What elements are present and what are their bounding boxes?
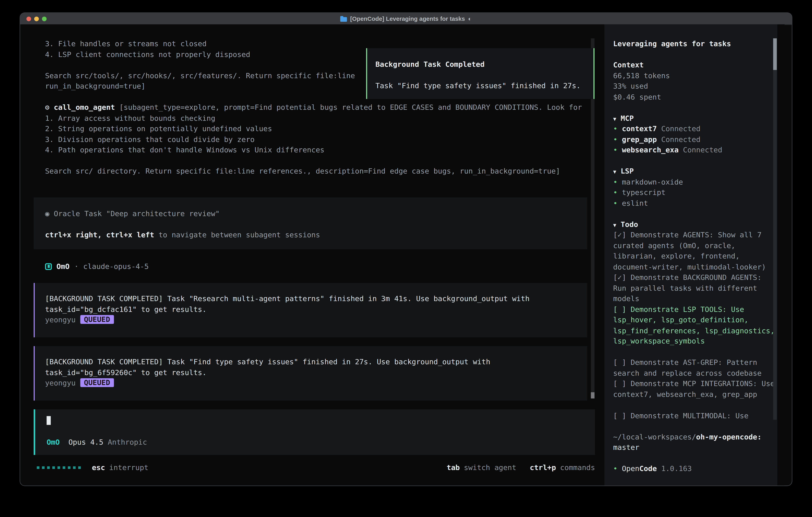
oracle-hint-row: ctrl+x right, ctrl+x left to navigate be… bbox=[45, 229, 587, 240]
status-dot-icon: • bbox=[613, 188, 617, 196]
agent-separator: · bbox=[74, 262, 79, 271]
esc-key-hint[interactable]: esc bbox=[92, 463, 105, 472]
message-line: [BACKGROUND TASK COMPLETED] Task "Resear… bbox=[45, 293, 587, 304]
terminal-main-area[interactable]: 3. File handles or streams not closed 4.… bbox=[20, 24, 604, 486]
context-spent: $0.46 spent bbox=[613, 91, 777, 102]
spinner-icon: ◐ bbox=[468, 16, 472, 22]
todo-text: Demonstrate LSP TOOLS: Use lsp_hover, ls… bbox=[613, 305, 775, 345]
tool-call-list-item: 4. Path operations that don't handle Win… bbox=[45, 144, 594, 155]
lsp-item: • markdown-oxide bbox=[613, 176, 777, 187]
app-name-bold: Code bbox=[639, 464, 657, 472]
message-meta-row: yeongyuQUEUED bbox=[45, 315, 587, 325]
mcp-item-status: Connected bbox=[661, 135, 700, 143]
tool-call-list-item: 1. Array access without bounds checking bbox=[45, 113, 594, 124]
background-task-message[interactable]: [BACKGROUND TASK COMPLETED] Task "Find t… bbox=[34, 346, 587, 401]
opencode-window: [OpenCode] Leveraging agents for tasks ◐… bbox=[20, 12, 792, 486]
status-bar-right: tab switch agent ctrl+p commands bbox=[447, 463, 595, 472]
zoom-button[interactable] bbox=[42, 17, 47, 21]
input-provider-name: Anthropic bbox=[108, 438, 147, 446]
input-model-name[interactable]: Opus 4.5 bbox=[68, 438, 104, 446]
app-name-regular: Open bbox=[622, 464, 639, 472]
working-indicator-dots bbox=[37, 466, 81, 469]
tool-call-blank-line bbox=[45, 155, 594, 166]
context-tokens: 66,518 tokens bbox=[613, 70, 777, 81]
window-title: [OpenCode] Leveraging agents for tasks ◐ bbox=[340, 16, 472, 22]
traffic-lights bbox=[26, 13, 47, 24]
desktop: [OpenCode] Leveraging agents for tasks ◐… bbox=[0, 0, 812, 517]
chevron-down-icon[interactable]: ▼ bbox=[613, 116, 616, 121]
status-dot-icon: • bbox=[613, 135, 617, 143]
ctrlp-key-label: commands bbox=[560, 463, 595, 472]
message-line: [BACKGROUND TASK COMPLETED] Task "Find t… bbox=[45, 356, 587, 367]
todo-text: Demonstrate BACKGROUND AGENTS: Run paral… bbox=[613, 273, 762, 303]
oracle-hint-keys: ctrl+x right, ctrl+x left bbox=[45, 230, 154, 239]
tool-call-name: call_omo_agent bbox=[54, 103, 115, 111]
input-agent-name[interactable]: OmO bbox=[47, 438, 60, 446]
minimize-button[interactable] bbox=[34, 17, 39, 21]
toast-title: Background Task Completed bbox=[375, 59, 593, 70]
oracle-task-title: Oracle Task "Deep architecture review" bbox=[49, 209, 220, 218]
todo-checkbox: [✓] bbox=[613, 273, 627, 281]
message-user: yeongyu bbox=[45, 316, 76, 324]
todo-text: Demonstrate MCP INTEGRATIONS: Use contex… bbox=[613, 379, 775, 398]
queued-badge: QUEUED bbox=[80, 315, 114, 324]
window-title-text: [OpenCode] Leveraging agents for tasks bbox=[350, 16, 465, 22]
message-meta-row: yeongyuQUEUED bbox=[45, 378, 587, 388]
background-task-message[interactable]: [BACKGROUND TASK COMPLETED] Task "Resear… bbox=[34, 283, 587, 337]
todo-item: [✓] Demonstrate AGENTS: Show all 7 curat… bbox=[613, 229, 777, 272]
message-user: yeongyu bbox=[45, 379, 76, 387]
mcp-item-status: Connected bbox=[661, 124, 700, 133]
lsp-item: • typescript bbox=[613, 187, 777, 198]
titlebar[interactable]: [OpenCode] Leveraging agents for tasks ◐ bbox=[20, 13, 792, 25]
app-version: 1.0.163 bbox=[661, 464, 692, 472]
session-sidebar[interactable]: Leveraging agents for tasks Context 66,5… bbox=[604, 24, 785, 486]
todo-item-active: [ ] Demonstrate LSP TOOLS: Use lsp_hover… bbox=[613, 304, 777, 347]
todo-checkbox: [✓] bbox=[613, 230, 627, 239]
sidebar-scrollbar-track[interactable] bbox=[773, 38, 777, 420]
context-used: 33% used bbox=[613, 81, 777, 91]
message-line: task_id="bg_dcfac161" to get results. bbox=[45, 304, 587, 315]
todo-checkbox: [ ] bbox=[613, 358, 627, 366]
tab-key-label: switch agent bbox=[464, 463, 516, 472]
todo-section-header[interactable]: ▼ Todo bbox=[613, 219, 777, 229]
main-scrollbar-thumb[interactable] bbox=[591, 392, 594, 399]
context-heading: Context bbox=[613, 60, 777, 70]
mcp-item: • websearch_exa Connected bbox=[613, 144, 777, 155]
agent-model: claude-opus-4-5 bbox=[83, 262, 149, 271]
status-dot-icon: • bbox=[613, 199, 617, 207]
tool-call-args: [subagent_type=explore, prompt=Find pote… bbox=[115, 103, 582, 111]
oracle-dot-icon: ◉ bbox=[45, 209, 49, 218]
sidebar-scrollbar-thumb[interactable] bbox=[773, 38, 777, 70]
lsp-section-header[interactable]: ▼ LSP bbox=[613, 166, 777, 176]
message-line: task_id="bg_6f59260c" to get results. bbox=[45, 367, 587, 378]
tool-call-header: ⚙ call_omo_agent [subagent_type=explore,… bbox=[45, 102, 594, 113]
todo-text: Demonstrate AGENTS: Show all 7 curated a… bbox=[613, 230, 766, 271]
agent-name: OmO bbox=[57, 262, 70, 271]
esc-key-label: interrupt bbox=[109, 463, 148, 472]
agent-header: OmO · claude-opus-4-5 bbox=[45, 261, 149, 272]
background-task-toast: Background Task Completed Task "Find typ… bbox=[366, 48, 594, 99]
omo-agent-icon bbox=[45, 263, 52, 270]
oracle-task-panel[interactable]: ◉ Oracle Task "Deep architecture review"… bbox=[34, 197, 587, 249]
todo-text: Demonstrate MULTIMODAL: Use bbox=[631, 411, 749, 419]
mcp-heading: MCP bbox=[620, 114, 634, 122]
gear-icon: ⚙ bbox=[45, 103, 49, 111]
close-button[interactable] bbox=[26, 17, 31, 21]
folder-icon bbox=[340, 17, 347, 21]
ctrlp-key-hint[interactable]: ctrl+p bbox=[530, 463, 556, 472]
workspace-branch: master bbox=[613, 442, 777, 453]
scrollback-line: 3. File handles or streams not closed bbox=[45, 38, 594, 49]
oracle-blank-line bbox=[45, 219, 587, 229]
toast-blank-line bbox=[375, 70, 593, 80]
queued-badge: QUEUED bbox=[80, 378, 114, 387]
lsp-item: • eslint bbox=[613, 198, 777, 208]
todo-item: [ ] Demonstrate MCP INTEGRATIONS: Use co… bbox=[613, 378, 777, 400]
chevron-down-icon[interactable]: ▼ bbox=[613, 222, 616, 228]
tab-key-hint[interactable]: tab bbox=[447, 463, 460, 472]
prompt-input[interactable]: OmO Opus 4.5 Anthropic bbox=[34, 409, 595, 455]
tool-call-tail: Search src/ directory. Return specific f… bbox=[45, 166, 594, 176]
mcp-item-name: websearch_exa bbox=[622, 145, 678, 154]
chevron-down-icon[interactable]: ▼ bbox=[613, 169, 616, 175]
todo-text: Demonstrate AST-GREP: Pattern search and… bbox=[613, 358, 762, 377]
mcp-section-header[interactable]: ▼ MCP bbox=[613, 113, 777, 124]
